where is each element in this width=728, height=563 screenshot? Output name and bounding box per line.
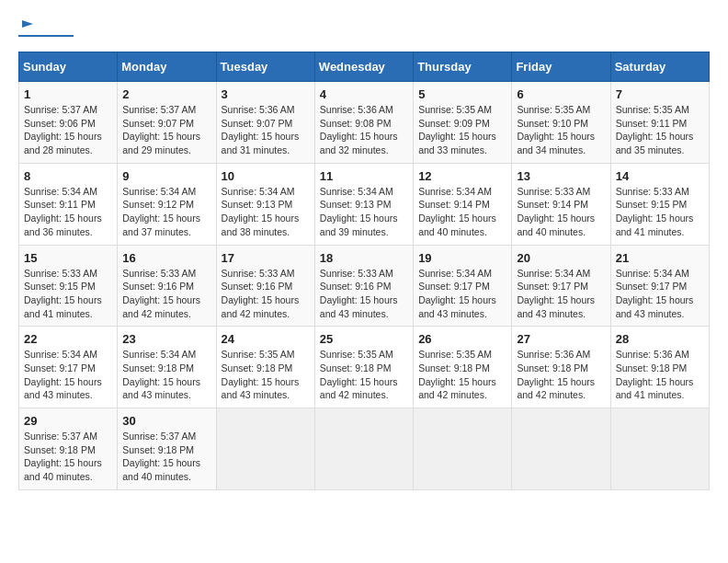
day-info: Sunrise: 5:37 AM Sunset: 9:07 PM Dayligh… bbox=[122, 103, 210, 157]
header-cell-wednesday: Wednesday bbox=[314, 52, 413, 82]
header-cell-monday: Monday bbox=[118, 52, 216, 82]
calendar-row: 15Sunrise: 5:33 AM Sunset: 9:15 PM Dayli… bbox=[19, 245, 710, 327]
day-info: Sunrise: 5:36 AM Sunset: 9:07 PM Dayligh… bbox=[222, 103, 310, 157]
header-cell-sunday: Sunday bbox=[19, 52, 118, 82]
day-info: Sunrise: 5:35 AM Sunset: 9:18 PM Dayligh… bbox=[418, 348, 506, 402]
day-number: 15 bbox=[24, 251, 112, 265]
day-number: 25 bbox=[320, 332, 408, 346]
calendar-cell: 14Sunrise: 5:33 AM Sunset: 9:15 PM Dayli… bbox=[610, 163, 709, 245]
day-info: Sunrise: 5:33 AM Sunset: 9:15 PM Dayligh… bbox=[616, 185, 704, 239]
day-number: 8 bbox=[24, 169, 112, 183]
calendar-cell: 26Sunrise: 5:35 AM Sunset: 9:18 PM Dayli… bbox=[414, 327, 512, 408]
day-number: 26 bbox=[418, 332, 506, 346]
day-number: 20 bbox=[517, 251, 605, 265]
day-info: Sunrise: 5:34 AM Sunset: 9:17 PM Dayligh… bbox=[517, 267, 605, 321]
day-number: 18 bbox=[320, 251, 408, 265]
calendar-table: SundayMondayTuesdayWednesdayThursdayFrid… bbox=[18, 52, 710, 490]
calendar-cell: 16Sunrise: 5:33 AM Sunset: 9:16 PM Dayli… bbox=[118, 245, 216, 327]
day-info: Sunrise: 5:34 AM Sunset: 9:17 PM Dayligh… bbox=[24, 348, 112, 402]
day-number: 22 bbox=[24, 332, 112, 346]
day-info: Sunrise: 5:34 AM Sunset: 9:13 PM Dayligh… bbox=[222, 185, 310, 239]
calendar-cell: 1Sunrise: 5:37 AM Sunset: 9:06 PM Daylig… bbox=[19, 82, 118, 164]
day-info: Sunrise: 5:37 AM Sunset: 9:06 PM Dayligh… bbox=[24, 103, 112, 157]
calendar-cell: 21Sunrise: 5:34 AM Sunset: 9:17 PM Dayli… bbox=[610, 245, 709, 327]
day-number: 9 bbox=[122, 169, 210, 183]
day-number: 24 bbox=[222, 332, 310, 346]
day-number: 23 bbox=[122, 332, 210, 346]
day-info: Sunrise: 5:36 AM Sunset: 9:08 PM Dayligh… bbox=[320, 103, 408, 157]
day-number: 10 bbox=[222, 169, 310, 183]
day-number: 6 bbox=[517, 87, 605, 101]
calendar-cell bbox=[314, 408, 413, 490]
day-number: 17 bbox=[222, 251, 310, 265]
day-info: Sunrise: 5:33 AM Sunset: 9:16 PM Dayligh… bbox=[320, 267, 408, 321]
day-number: 1 bbox=[24, 87, 112, 101]
day-number: 27 bbox=[517, 332, 605, 346]
calendar-cell: 27Sunrise: 5:36 AM Sunset: 9:18 PM Dayli… bbox=[512, 327, 610, 408]
calendar-row: 8Sunrise: 5:34 AM Sunset: 9:11 PM Daylig… bbox=[19, 163, 710, 245]
day-number: 29 bbox=[24, 414, 112, 428]
calendar-cell: 19Sunrise: 5:34 AM Sunset: 9:17 PM Dayli… bbox=[414, 245, 512, 327]
logo-flag-icon bbox=[20, 18, 35, 33]
day-number: 16 bbox=[122, 251, 210, 265]
calendar-cell bbox=[512, 408, 610, 490]
day-info: Sunrise: 5:35 AM Sunset: 9:18 PM Dayligh… bbox=[222, 348, 310, 402]
day-info: Sunrise: 5:34 AM Sunset: 9:18 PM Dayligh… bbox=[122, 348, 210, 402]
day-info: Sunrise: 5:35 AM Sunset: 9:18 PM Dayligh… bbox=[320, 348, 408, 402]
day-info: Sunrise: 5:36 AM Sunset: 9:18 PM Dayligh… bbox=[517, 348, 605, 402]
day-number: 19 bbox=[418, 251, 506, 265]
day-number: 3 bbox=[222, 87, 310, 101]
day-number: 2 bbox=[122, 87, 210, 101]
calendar-cell: 30Sunrise: 5:37 AM Sunset: 9:18 PM Dayli… bbox=[118, 408, 216, 490]
header-cell-friday: Friday bbox=[512, 52, 610, 82]
calendar-cell: 23Sunrise: 5:34 AM Sunset: 9:18 PM Dayli… bbox=[118, 327, 216, 408]
day-info: Sunrise: 5:35 AM Sunset: 9:10 PM Dayligh… bbox=[517, 103, 605, 157]
day-info: Sunrise: 5:34 AM Sunset: 9:12 PM Dayligh… bbox=[122, 185, 210, 239]
day-info: Sunrise: 5:37 AM Sunset: 9:18 PM Dayligh… bbox=[24, 430, 112, 484]
day-info: Sunrise: 5:34 AM Sunset: 9:14 PM Dayligh… bbox=[418, 185, 506, 239]
day-number: 12 bbox=[418, 169, 506, 183]
calendar-cell bbox=[414, 408, 512, 490]
calendar-cell: 6Sunrise: 5:35 AM Sunset: 9:10 PM Daylig… bbox=[512, 82, 610, 164]
calendar-cell: 2Sunrise: 5:37 AM Sunset: 9:07 PM Daylig… bbox=[118, 82, 216, 164]
svg-marker-0 bbox=[22, 20, 33, 28]
calendar-cell: 11Sunrise: 5:34 AM Sunset: 9:13 PM Dayli… bbox=[314, 163, 413, 245]
day-info: Sunrise: 5:37 AM Sunset: 9:18 PM Dayligh… bbox=[122, 430, 210, 484]
calendar-cell: 22Sunrise: 5:34 AM Sunset: 9:17 PM Dayli… bbox=[19, 327, 118, 408]
calendar-cell: 13Sunrise: 5:33 AM Sunset: 9:14 PM Dayli… bbox=[512, 163, 610, 245]
calendar-cell: 25Sunrise: 5:35 AM Sunset: 9:18 PM Dayli… bbox=[314, 327, 413, 408]
calendar-cell: 5Sunrise: 5:35 AM Sunset: 9:09 PM Daylig… bbox=[414, 82, 512, 164]
calendar-row: 29Sunrise: 5:37 AM Sunset: 9:18 PM Dayli… bbox=[19, 408, 710, 490]
day-info: Sunrise: 5:34 AM Sunset: 9:17 PM Dayligh… bbox=[418, 267, 506, 321]
day-number: 7 bbox=[616, 87, 704, 101]
day-info: Sunrise: 5:34 AM Sunset: 9:11 PM Dayligh… bbox=[24, 185, 112, 239]
calendar-cell: 18Sunrise: 5:33 AM Sunset: 9:16 PM Dayli… bbox=[314, 245, 413, 327]
day-info: Sunrise: 5:34 AM Sunset: 9:17 PM Dayligh… bbox=[616, 267, 704, 321]
logo bbox=[18, 18, 74, 37]
calendar-cell bbox=[216, 408, 314, 490]
day-info: Sunrise: 5:35 AM Sunset: 9:09 PM Dayligh… bbox=[418, 103, 506, 157]
header-cell-thursday: Thursday bbox=[414, 52, 512, 82]
day-number: 4 bbox=[320, 87, 408, 101]
day-number: 5 bbox=[418, 87, 506, 101]
calendar-cell: 9Sunrise: 5:34 AM Sunset: 9:12 PM Daylig… bbox=[118, 163, 216, 245]
calendar-cell: 4Sunrise: 5:36 AM Sunset: 9:08 PM Daylig… bbox=[314, 82, 413, 164]
calendar-cell: 7Sunrise: 5:35 AM Sunset: 9:11 PM Daylig… bbox=[610, 82, 709, 164]
header-cell-tuesday: Tuesday bbox=[216, 52, 314, 82]
day-number: 21 bbox=[616, 251, 704, 265]
calendar-row: 1Sunrise: 5:37 AM Sunset: 9:06 PM Daylig… bbox=[19, 82, 710, 164]
header-row: SundayMondayTuesdayWednesdayThursdayFrid… bbox=[19, 52, 710, 82]
calendar-cell bbox=[610, 408, 709, 490]
day-number: 13 bbox=[517, 169, 605, 183]
calendar-row: 22Sunrise: 5:34 AM Sunset: 9:17 PM Dayli… bbox=[19, 327, 710, 408]
calendar-cell: 10Sunrise: 5:34 AM Sunset: 9:13 PM Dayli… bbox=[216, 163, 314, 245]
day-info: Sunrise: 5:33 AM Sunset: 9:16 PM Dayligh… bbox=[222, 267, 310, 321]
calendar-cell: 15Sunrise: 5:33 AM Sunset: 9:15 PM Dayli… bbox=[19, 245, 118, 327]
day-info: Sunrise: 5:33 AM Sunset: 9:15 PM Dayligh… bbox=[24, 267, 112, 321]
calendar-cell: 20Sunrise: 5:34 AM Sunset: 9:17 PM Dayli… bbox=[512, 245, 610, 327]
page-header bbox=[18, 18, 710, 37]
calendar-cell: 17Sunrise: 5:33 AM Sunset: 9:16 PM Dayli… bbox=[216, 245, 314, 327]
calendar-cell: 28Sunrise: 5:36 AM Sunset: 9:18 PM Dayli… bbox=[610, 327, 709, 408]
day-number: 11 bbox=[320, 169, 408, 183]
day-info: Sunrise: 5:33 AM Sunset: 9:16 PM Dayligh… bbox=[122, 267, 210, 321]
